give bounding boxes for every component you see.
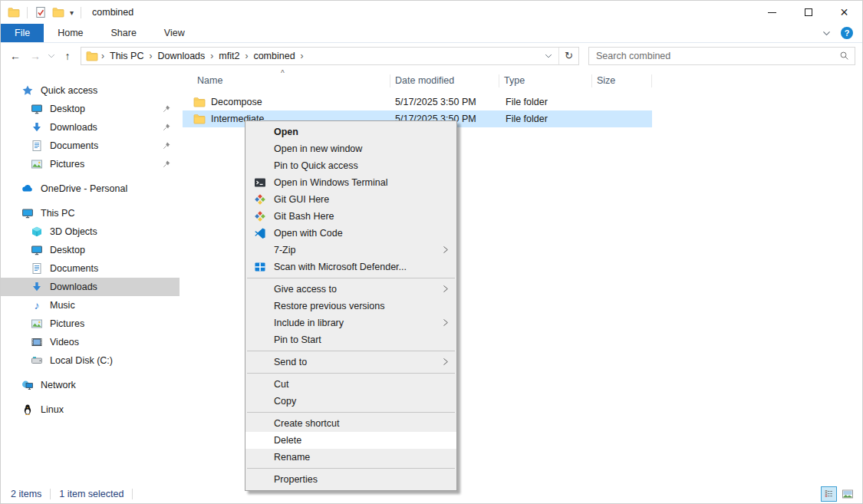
sidebar-item-documents[interactable]: Documents [1, 259, 180, 278]
up-button[interactable]: ↑ [59, 50, 76, 62]
context-menu-item-open-with-code[interactable]: Open with Code [245, 225, 456, 242]
breadcrumb-combined[interactable]: combined [251, 51, 297, 61]
sidebar-item-3d-objects[interactable]: 3D Objects [1, 222, 180, 241]
tab-file[interactable]: File [1, 24, 44, 42]
properties-icon[interactable] [35, 6, 47, 18]
recent-locations-chevron-icon[interactable] [47, 51, 56, 61]
navigation-bar: ← → ↑ › This PC › Downloads › mfit2 › co… [1, 43, 862, 68]
details-view-button[interactable] [821, 486, 837, 502]
breadcrumb-chevron-icon: › [298, 51, 307, 61]
minimize-icon [768, 12, 776, 13]
cube-icon [31, 226, 43, 238]
thumbnails-view-button[interactable] [839, 486, 855, 502]
context-menu-item-open[interactable]: Open [245, 124, 456, 140]
context-menu-item-create-shortcut[interactable]: Create shortcut [245, 415, 456, 432]
sidebar-item-quick-access[interactable]: Quick access [1, 81, 180, 100]
sidebar-item-pictures-pinned[interactable]: Pictures [1, 155, 180, 173]
search-box[interactable] [588, 47, 855, 65]
sidebar-item-downloads[interactable]: Downloads [1, 278, 180, 296]
file-type: File folder [506, 114, 598, 124]
context-menu-item-git-gui-here[interactable]: Git GUI Here [245, 191, 456, 208]
sidebar-item-downloads-pinned[interactable]: Downloads [1, 118, 180, 137]
search-icon[interactable] [839, 51, 849, 61]
status-divider [132, 489, 133, 499]
context-menu-item-scan-with-defender[interactable]: Scan with Microsoft Defender... [245, 259, 456, 275]
address-bar[interactable]: › This PC › Downloads › mfit2 › combined… [81, 47, 579, 65]
context-menu-item-properties[interactable]: Properties [245, 471, 456, 488]
close-button[interactable]: × [826, 1, 862, 24]
context-menu-item-pin-to-start[interactable]: Pin to Start [245, 331, 456, 348]
expand-ribbon-chevron-icon[interactable] [822, 28, 832, 38]
sidebar-item-desktop[interactable]: Desktop [1, 241, 180, 259]
sidebar-item-pictures[interactable]: Pictures [1, 315, 180, 333]
column-header-date-modified[interactable]: Date modified [390, 74, 499, 87]
sidebar-item-local-disk-c[interactable]: Local Disk (C:) [1, 351, 180, 370]
context-menu-item-delete[interactable]: Delete [245, 432, 456, 449]
submenu-chevron-icon [440, 357, 450, 367]
tab-share[interactable]: Share [97, 24, 150, 42]
tab-view[interactable]: View [150, 24, 199, 42]
column-header-type[interactable]: Type [499, 74, 592, 87]
context-menu-item-open-in-new-window[interactable]: Open in new window [245, 140, 456, 157]
context-menu-item-include-in-library[interactable]: Include in library [245, 315, 456, 331]
sidebar-item-onedrive[interactable]: OneDrive - Personal [1, 180, 180, 198]
sidebar-item-videos[interactable]: Videos [1, 333, 180, 351]
pin-icon [162, 160, 171, 169]
view-toggles [821, 486, 862, 502]
chevron-down-icon [544, 51, 553, 61]
download-icon [31, 281, 43, 293]
sidebar-item-desktop-pinned[interactable]: Desktop [1, 100, 180, 118]
minimize-button[interactable] [754, 1, 790, 24]
document-icon [31, 140, 43, 152]
menu-separator [247, 278, 455, 278]
help-button[interactable]: ? [841, 27, 853, 39]
context-menu-item-open-in-windows-terminal[interactable]: Open in Windows Terminal [245, 174, 456, 191]
maximize-button[interactable] [790, 1, 826, 24]
breadcrumb-this-pc[interactable]: This PC [107, 51, 146, 61]
sidebar-item-label: Network [41, 380, 76, 390]
context-menu-item-label: Open with Code [274, 228, 343, 239]
context-menu-item-7zip[interactable]: 7-Zip [245, 242, 456, 259]
sidebar-item-documents-pinned[interactable]: Documents [1, 137, 180, 155]
toolbar-divider [27, 7, 28, 18]
context-menu: Open Open in new window Pin to Quick acc… [245, 120, 457, 491]
sidebar-item-label: Documents [50, 263, 98, 274]
new-folder-icon[interactable] [52, 6, 64, 18]
details-view-icon [824, 489, 834, 499]
breadcrumb: › This PC › Downloads › mfit2 › combined… [98, 51, 307, 61]
quick-access-toolbar: ▾ combined [1, 6, 133, 18]
context-menu-item-pin-to-quick-access[interactable]: Pin to Quick access [245, 157, 456, 174]
sidebar-item-label: Pictures [50, 159, 84, 170]
toolbar-caret-icon[interactable]: ▾ [70, 8, 74, 17]
context-menu-item-label: Scan with Microsoft Defender... [274, 262, 407, 272]
context-menu-item-restore-previous-versions[interactable]: Restore previous versions [245, 298, 456, 315]
search-input[interactable] [595, 50, 839, 62]
selection-count: 1 item selected [59, 489, 124, 499]
sidebar-item-network[interactable]: Network [1, 376, 180, 394]
sidebar-item-music[interactable]: ♪ Music [1, 296, 180, 315]
breadcrumb-chevron-icon: › [146, 51, 155, 61]
desktop-icon [31, 103, 43, 115]
tab-home[interactable]: Home [44, 24, 97, 42]
context-menu-item-git-bash-here[interactable]: Git Bash Here [245, 208, 456, 225]
defender-icon [254, 261, 266, 273]
sidebar-item-linux[interactable]: Linux [1, 400, 180, 419]
address-dropdown-button[interactable] [539, 48, 558, 64]
file-row-decompose[interactable]: Decompose 5/17/2025 3:50 PM File folder [183, 94, 652, 110]
refresh-button[interactable]: ↻ [558, 48, 578, 64]
forward-button[interactable]: → [27, 50, 44, 62]
context-menu-item-copy[interactable]: Copy [245, 393, 456, 410]
context-menu-item-cut[interactable]: Cut [245, 376, 456, 393]
context-menu-item-give-access-to[interactable]: Give access to [245, 281, 456, 298]
context-menu-item-rename[interactable]: Rename [245, 449, 456, 466]
breadcrumb-mfit2[interactable]: mfit2 [216, 51, 242, 61]
context-menu-item-send-to[interactable]: Send to [245, 354, 456, 371]
column-header-size[interactable]: Size [592, 74, 652, 87]
windows-terminal-icon [254, 176, 266, 189]
breadcrumb-downloads[interactable]: Downloads [155, 51, 207, 61]
back-button[interactable]: ← [7, 50, 24, 62]
sidebar-item-label: Local Disk (C:) [50, 355, 113, 366]
pin-icon [162, 141, 171, 150]
column-header-name[interactable]: Name [193, 74, 390, 87]
sidebar-item-this-pc[interactable]: This PC [1, 204, 180, 222]
